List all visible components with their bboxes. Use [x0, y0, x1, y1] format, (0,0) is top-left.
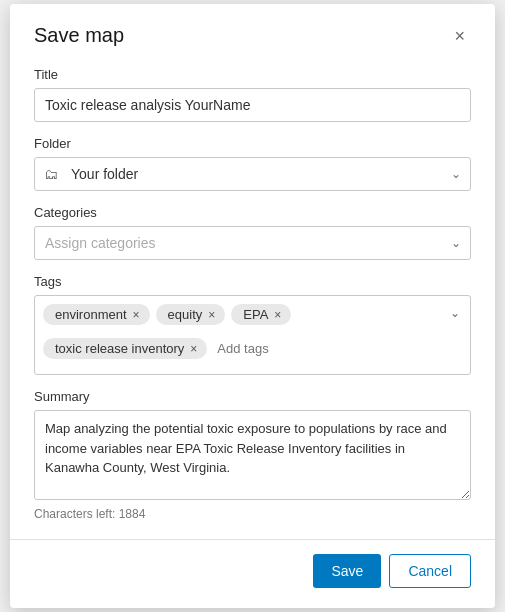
summary-textarea[interactable] — [34, 410, 471, 500]
title-field-group: Title — [34, 67, 471, 122]
tag-label: environment — [55, 307, 127, 322]
folder-select-wrapper[interactable]: 🗂 Your folder ⌄ — [34, 157, 471, 191]
tags-field-group: Tags environment × equity × EPA × toxic … — [34, 274, 471, 375]
tags-chevron-icon: ⌄ — [450, 306, 460, 320]
add-tags-input[interactable] — [213, 338, 389, 359]
categories-select[interactable]: Assign categories — [34, 226, 471, 260]
categories-label: Categories — [34, 205, 471, 220]
folder-label: Folder — [34, 136, 471, 151]
tag-label: toxic release inventory — [55, 341, 184, 356]
dialog-footer: Save Cancel — [34, 554, 471, 588]
tags-label: Tags — [34, 274, 471, 289]
save-button[interactable]: Save — [313, 554, 381, 588]
categories-select-wrapper[interactable]: Assign categories ⌄ — [34, 226, 471, 260]
tag-remove-equity[interactable]: × — [208, 309, 215, 321]
tag-remove-tri[interactable]: × — [190, 343, 197, 355]
cancel-button[interactable]: Cancel — [389, 554, 471, 588]
categories-placeholder: Assign categories — [45, 235, 156, 251]
dialog-title: Save map — [34, 24, 124, 47]
folder-display[interactable]: Your folder — [34, 157, 471, 191]
tag-toxic-release-inventory: toxic release inventory × — [43, 338, 207, 359]
tag-label: equity — [168, 307, 203, 322]
close-button[interactable]: × — [448, 25, 471, 47]
categories-field-group: Categories Assign categories ⌄ — [34, 205, 471, 260]
tag-remove-epa[interactable]: × — [274, 309, 281, 321]
tag-remove-environment[interactable]: × — [133, 309, 140, 321]
folder-value: Your folder — [69, 166, 138, 182]
tag-epa: EPA × — [231, 304, 291, 325]
folder-field-group: Folder 🗂 Your folder ⌄ — [34, 136, 471, 191]
dialog-header: Save map × — [34, 24, 471, 47]
summary-label: Summary — [34, 389, 471, 404]
chars-left: Characters left: 1884 — [34, 507, 471, 521]
footer-divider — [10, 539, 495, 540]
tag-environment: environment × — [43, 304, 150, 325]
summary-field-group: Summary Characters left: 1884 — [34, 389, 471, 521]
tags-container: environment × equity × EPA × toxic relea… — [34, 295, 471, 375]
save-map-dialog: Save map × Title Folder 🗂 Your folder ⌄ … — [10, 4, 495, 608]
tag-equity: equity × — [156, 304, 226, 325]
title-input[interactable] — [34, 88, 471, 122]
tag-label: EPA — [243, 307, 268, 322]
title-label: Title — [34, 67, 471, 82]
